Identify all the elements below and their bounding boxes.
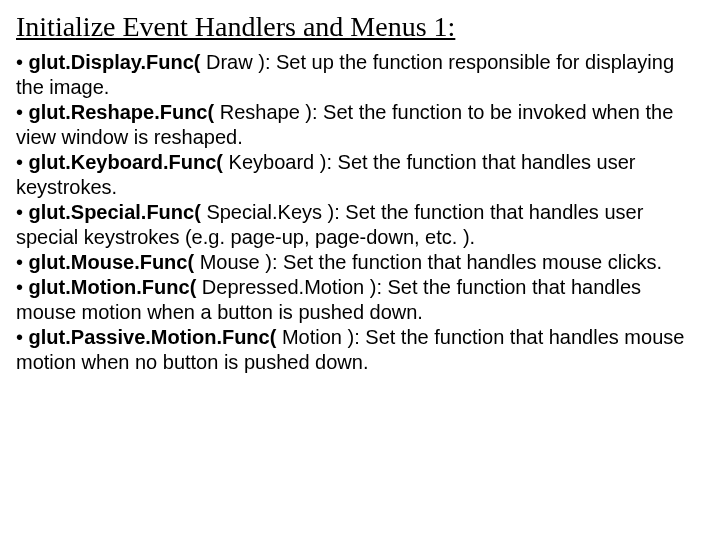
func-arg: Mouse ):: [194, 251, 277, 273]
bullet-char: •: [16, 326, 23, 348]
bullet-item: • glut.Keyboard.Func( Keyboard ): Set th…: [16, 150, 704, 200]
func-arg: Special.Keys ):: [201, 201, 340, 223]
func-arg: Keyboard ):: [223, 151, 332, 173]
bullet-item: • glut.Mouse.Func( Mouse ): Set the func…: [16, 250, 704, 275]
slide-title: Initialize Event Handlers and Menus 1:: [16, 10, 704, 44]
bullet-item: • glut.Passive.Motion.Func( Motion ): Se…: [16, 325, 704, 375]
bullet-item: • glut.Special.Func( Special.Keys ): Set…: [16, 200, 704, 250]
bullet-char: •: [16, 276, 23, 298]
bullet-char: •: [16, 151, 23, 173]
func-name: glut.Reshape.Func(: [29, 101, 215, 123]
slide: Initialize Event Handlers and Menus 1: •…: [0, 0, 720, 375]
func-name: glut.Motion.Func(: [29, 276, 197, 298]
func-arg: Reshape ):: [214, 101, 317, 123]
bullet-text: Set the function that handles mouse clic…: [277, 251, 662, 273]
func-name: glut.Special.Func(: [29, 201, 201, 223]
bullet-item: • glut.Motion.Func( Depressed.Motion ): …: [16, 275, 704, 325]
bullet-item: • glut.Reshape.Func( Reshape ): Set the …: [16, 100, 704, 150]
func-arg: Draw ):: [200, 51, 270, 73]
func-name: glut.Passive.Motion.Func(: [29, 326, 277, 348]
bullet-char: •: [16, 251, 23, 273]
slide-body: • glut.Display.Func( Draw ): Set up the …: [16, 50, 704, 375]
func-name: glut.Display.Func(: [29, 51, 201, 73]
bullet-char: •: [16, 51, 23, 73]
bullet-char: •: [16, 101, 23, 123]
func-name: glut.Keyboard.Func(: [29, 151, 223, 173]
bullet-char: •: [16, 201, 23, 223]
func-arg: Depressed.Motion ):: [196, 276, 382, 298]
func-name: glut.Mouse.Func(: [29, 251, 195, 273]
func-arg: Motion ):: [276, 326, 359, 348]
bullet-item: • glut.Display.Func( Draw ): Set up the …: [16, 50, 704, 100]
